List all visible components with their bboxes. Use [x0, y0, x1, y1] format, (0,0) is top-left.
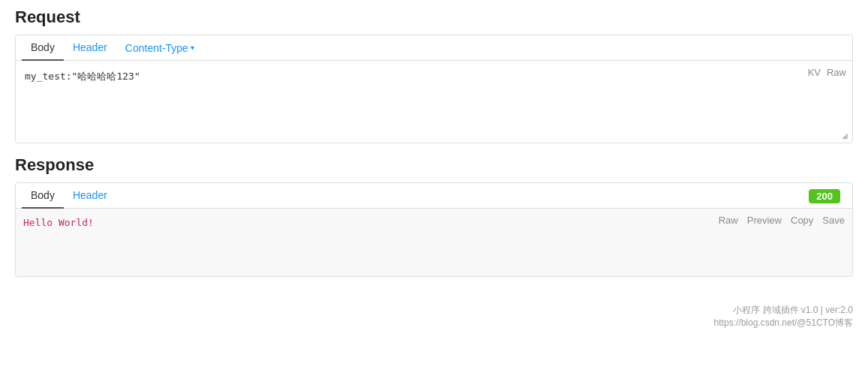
- request-tabs-container: Body Header Content-Type ▾ my_test:"哈哈哈哈…: [15, 35, 853, 143]
- resize-handle[interactable]: ◢: [842, 132, 851, 141]
- chevron-down-icon: ▾: [191, 44, 194, 52]
- blog-url: https://blog.csdn.net/@51CTO博客: [0, 317, 853, 329]
- preview-button[interactable]: Preview: [747, 215, 782, 226]
- kv-button[interactable]: KV: [808, 67, 821, 78]
- response-tabs-container: Body Header 200 Hello World! Raw Preview…: [15, 182, 853, 277]
- save-button[interactable]: Save: [822, 215, 845, 226]
- request-body-textarea[interactable]: my_test:"哈哈哈哈123": [22, 67, 846, 134]
- tab-response-header[interactable]: Header: [64, 183, 116, 209]
- tab-request-content-type[interactable]: Content-Type ▾: [116, 36, 203, 60]
- response-title: Response: [15, 155, 853, 175]
- copy-button[interactable]: Copy: [791, 215, 813, 226]
- status-badge: 200: [809, 189, 840, 203]
- request-tabs-header: Body Header Content-Type ▾: [16, 35, 852, 61]
- response-tabs-header: Body Header 200: [16, 183, 852, 209]
- raw-button[interactable]: Raw: [827, 67, 846, 78]
- response-body-text: Hello World!: [23, 217, 94, 228]
- plugin-info: 小程序 跨域插件 v1.0 | ver:2.0: [0, 304, 853, 317]
- request-body-panel: my_test:"哈哈哈哈123" KV Raw ◢: [16, 61, 852, 143]
- footer: 小程序 跨域插件 v1.0 | ver:2.0 https://blog.csd…: [0, 296, 868, 334]
- tab-request-body[interactable]: Body: [22, 35, 64, 61]
- kv-raw-controls: KV Raw: [808, 67, 846, 78]
- request-title: Request: [15, 8, 853, 27]
- response-body-panel: Hello World! Raw Preview Copy Save: [16, 209, 852, 276]
- raw-response-button[interactable]: Raw: [719, 215, 738, 226]
- response-controls: Raw Preview Copy Save: [719, 215, 845, 226]
- tab-response-body[interactable]: Body: [22, 183, 64, 209]
- tab-request-header[interactable]: Header: [64, 35, 116, 61]
